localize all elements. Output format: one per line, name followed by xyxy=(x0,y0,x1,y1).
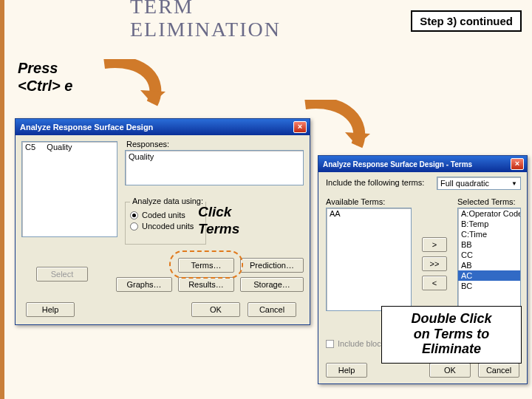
highlight-circle-icon xyxy=(169,250,243,279)
instr-click-l1: Click xyxy=(198,204,231,219)
storage-button[interactable]: Storage… xyxy=(240,277,304,292)
instr-press-l2: <Ctrl> e xyxy=(18,78,72,94)
cancel-button[interactable]: Cancel xyxy=(248,302,296,317)
move-left-button[interactable]: < xyxy=(422,276,447,290)
instr-double-l3: Eliminate xyxy=(422,341,481,356)
ok-button[interactable]: OK xyxy=(429,363,471,378)
ok-button-label: OK xyxy=(210,305,222,314)
storage-button-label: Storage… xyxy=(253,280,290,289)
responses-value: Quality xyxy=(129,152,154,161)
list-item[interactable]: AB xyxy=(458,260,520,270)
title-line2: ELIMINATION xyxy=(130,18,281,41)
selected-label: Selected Terms: xyxy=(457,197,516,206)
list-item[interactable]: C:Time xyxy=(458,229,520,239)
responses-field[interactable]: Quality xyxy=(125,150,304,185)
select-button: Select xyxy=(36,267,88,282)
list-item[interactable]: BC xyxy=(458,281,520,291)
arrow-left-icon: < xyxy=(432,279,437,287)
analyze-label: Analyze data using: xyxy=(130,197,205,205)
radio-uncoded[interactable]: Uncoded units xyxy=(130,222,201,231)
list-item[interactable]: AA xyxy=(327,208,411,219)
include-blocks-checkbox[interactable]: Include blocks xyxy=(326,339,389,348)
title-line1: TERM xyxy=(130,0,194,18)
move-right-button[interactable]: > xyxy=(422,237,447,252)
close-icon[interactable]: × xyxy=(511,158,524,170)
select-button-label: Select xyxy=(51,270,74,279)
var-name: Quality xyxy=(47,143,72,151)
list-item[interactable]: B:Temp xyxy=(458,219,520,229)
step-badge: Step 3) continued xyxy=(411,10,522,32)
radio-coded-label: Coded units xyxy=(142,211,185,219)
instr-click-terms: Click Terms xyxy=(198,204,239,238)
radio-uncoded-label: Uncoded units xyxy=(142,222,194,231)
dialog1-varlist[interactable]: C5 Quality xyxy=(21,141,117,237)
instr-click-l2: Terms xyxy=(198,221,239,236)
instr-press: Press <Ctrl> e xyxy=(18,59,72,95)
list-item[interactable]: BB xyxy=(458,239,520,250)
dialog1-title-text: Analyze Response Surface Design xyxy=(20,123,153,132)
help-button[interactable]: Help xyxy=(326,363,367,378)
list-item[interactable]: CC xyxy=(458,250,520,260)
help-button-label: Help xyxy=(338,366,355,375)
include-dropdown[interactable]: Full quadratic ▼ xyxy=(437,177,521,190)
radio-coded[interactable]: Coded units xyxy=(130,211,201,219)
ok-button-label: OK xyxy=(444,366,456,375)
arrow-double-right-icon: >> xyxy=(430,259,440,268)
results-button[interactable]: Results… xyxy=(178,277,234,292)
list-item[interactable]: AC xyxy=(458,270,520,281)
svg-marker-1 xyxy=(345,132,370,146)
results-button-label: Results… xyxy=(188,280,224,289)
svg-marker-0 xyxy=(140,90,166,103)
radio-dot-icon xyxy=(130,211,138,219)
cancel-button[interactable]: Cancel xyxy=(478,363,519,378)
responses-group: Responses: Quality xyxy=(125,144,305,191)
cancel-button-label: Cancel xyxy=(486,366,511,375)
include-label: Include the following terms: xyxy=(326,178,424,187)
instr-double-l1: Double Click xyxy=(411,311,491,326)
checkbox-icon xyxy=(326,340,334,348)
move-right-all-button[interactable]: >> xyxy=(422,256,447,271)
radio-dot-icon xyxy=(130,222,138,231)
available-label: Available Terms: xyxy=(326,197,385,206)
arrow-right-icon: > xyxy=(432,240,437,249)
available-terms-list[interactable]: AA xyxy=(326,208,412,311)
prediction-button-label: Prediction… xyxy=(250,261,294,270)
page-title: TERM ELIMINATION xyxy=(130,0,281,41)
var-col: C5 xyxy=(25,143,35,151)
arrow-1-icon xyxy=(93,59,174,126)
close-icon[interactable]: × xyxy=(293,121,307,133)
help-button-label: Help xyxy=(42,305,59,314)
graphs-button[interactable]: Graphs… xyxy=(116,277,172,292)
help-button[interactable]: Help xyxy=(26,302,75,317)
instr-press-l1: Press xyxy=(18,60,58,76)
selected-terms-list[interactable]: A:Operator CodeB:TempC:TimeBBCCABACBC xyxy=(457,208,521,311)
responses-label: Responses: xyxy=(126,140,169,149)
graphs-button-label: Graphs… xyxy=(126,280,161,289)
ok-button[interactable]: OK xyxy=(191,302,240,317)
list-item[interactable]: A:Operator Code xyxy=(458,208,520,219)
cancel-button-label: Cancel xyxy=(259,305,284,314)
instr-double-click: Double Click on Terms to Eliminate xyxy=(381,306,522,364)
analyze-group: Analyze data using: Coded units Uncoded … xyxy=(125,202,206,245)
chevron-down-icon: ▼ xyxy=(511,180,517,187)
include-value: Full quadratic xyxy=(440,179,489,188)
dialog-analyze-response-surface: Analyze Response Surface Design × C5 Qua… xyxy=(15,118,310,325)
instr-double-l2: on Terms to xyxy=(414,327,489,341)
prediction-button[interactable]: Prediction… xyxy=(240,258,304,273)
dialog2-titlebar[interactable]: Analyze Response Surface Design - Terms … xyxy=(318,156,527,172)
dialog2-title-text: Analyze Response Surface Design - Terms xyxy=(323,160,472,168)
dialog1-titlebar[interactable]: Analyze Response Surface Design × xyxy=(16,119,310,135)
list-item[interactable]: C5 Quality xyxy=(22,142,117,152)
